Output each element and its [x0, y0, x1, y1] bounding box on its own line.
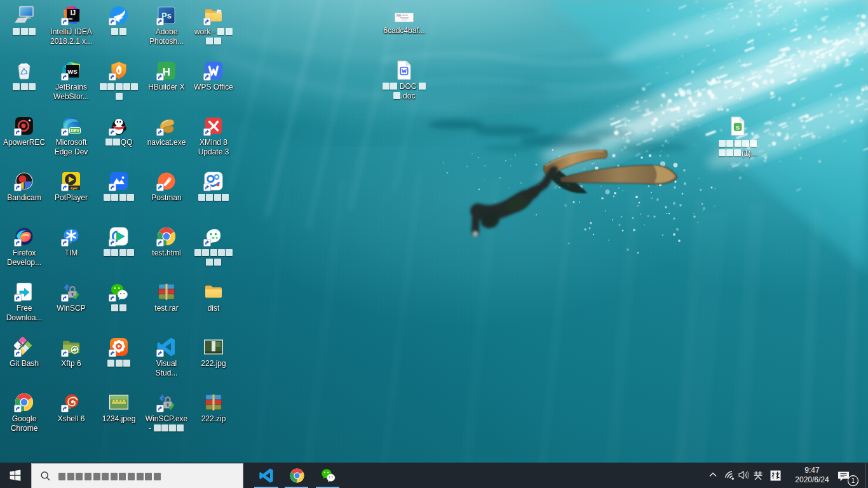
svg-text:IJ: IJ	[71, 10, 76, 17]
svg-text:1: 1	[851, 477, 855, 484]
svg-text:DEV: DEV	[71, 128, 79, 133]
svg-text:ayer: ayer	[71, 186, 78, 190]
svg-text:S: S	[736, 125, 740, 131]
svg-text:WS: WS	[67, 68, 77, 75]
